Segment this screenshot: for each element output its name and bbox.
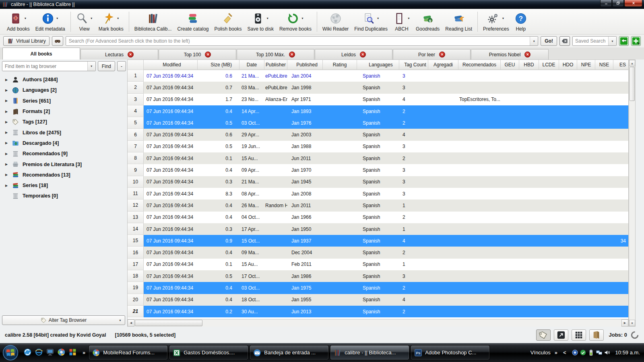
- table-row[interactable]: 1707 Jun 2016 09:44:340.115 Au...Feb 201…: [128, 259, 628, 270]
- search-history-dropdown-arrow-icon[interactable]: ▼: [530, 37, 538, 45]
- taskbar-button-adobe-photoshop-c[interactable]: PsAdobe Photoshop C...: [411, 345, 490, 360]
- tab-premios-nobel[interactable]: Premios Nobel×: [471, 49, 549, 60]
- toolbar-button-find-duplicates[interactable]: ▼Find Duplicates: [351, 11, 390, 33]
- status-button-cover-grid[interactable]: [572, 329, 586, 341]
- quick-launch-internet-explorer[interactable]: [35, 348, 43, 358]
- column-header-languages[interactable]: Languages: [357, 60, 399, 70]
- minimize-button[interactable]: [600, 0, 612, 7]
- tag-browser-item-series-18[interactable]: ▶Series [18]: [4, 180, 126, 191]
- dropdown-arrow-icon[interactable]: ▼: [301, 17, 304, 20]
- restore-button[interactable]: [612, 0, 624, 7]
- search-input[interactable]: [66, 37, 530, 45]
- expand-arrow-icon[interactable]: ▶: [4, 110, 8, 113]
- start-button[interactable]: [2, 345, 19, 361]
- tab-top-100[interactable]: Top 100×: [159, 49, 236, 60]
- close-button[interactable]: [624, 0, 642, 7]
- toolbar-button-reading-list[interactable]: Reading List: [442, 11, 475, 33]
- tag-collapse-button[interactable]: -: [117, 61, 126, 71]
- expand-arrow-icon[interactable]: ▶: [4, 162, 8, 166]
- column-header-npe[interactable]: NPE: [577, 60, 595, 70]
- table-row[interactable]: 607 Jun 2016 09:44:340.629 Apr...Jan 200…: [128, 129, 628, 140]
- status-button-book-details[interactable]: [589, 329, 604, 341]
- tab-top-100-máx[interactable]: Top 100 Máx.×: [237, 49, 314, 60]
- scroll-up-arrow-icon[interactable]: ▲: [629, 60, 635, 66]
- horizontal-scrollbar[interactable]: ◀ ▶: [128, 319, 628, 327]
- table-row[interactable]: 1507 Jun 2016 09:44:340.915 Oct...Jan 19…: [128, 235, 628, 247]
- toolbar-button-remove-books[interactable]: ▼Remove books: [277, 11, 314, 33]
- table-row[interactable]: 2007 Jun 2016 09:44:340.418 Oct...Jan 19…: [128, 294, 628, 306]
- dropdown-arrow-icon[interactable]: ▼: [24, 17, 27, 20]
- tray-green-check[interactable]: [578, 349, 586, 355]
- tag-browser-item-recomendados-13[interactable]: ▶Recomendados [13]: [4, 170, 126, 180]
- quick-launch-chrome[interactable]: [57, 348, 66, 358]
- tag-find-input[interactable]: [2, 62, 87, 71]
- dropdown-arrow-icon[interactable]: ▼: [90, 17, 93, 20]
- toolbar-button-create-catalog[interactable]: Create catalog: [174, 11, 211, 33]
- dropdown-arrow-icon[interactable]: ▼: [56, 17, 59, 20]
- column-header-hbd[interactable]: HBD: [519, 60, 539, 70]
- quick-launch-media-grid[interactable]: [68, 348, 77, 358]
- tab-por-leer[interactable]: Por leer×: [393, 49, 471, 60]
- quick-launch-overflow-chevron[interactable]: »: [81, 350, 87, 356]
- tag-browser-item-recomendados-9[interactable]: ▶Recomendados [9]: [4, 148, 126, 159]
- tab-close-icon[interactable]: ×: [439, 51, 445, 58]
- column-header-publisher[interactable]: Publisher: [264, 60, 287, 70]
- v-scroll-track[interactable]: [629, 66, 635, 320]
- table-row[interactable]: 407 Jun 2016 09:44:340.414 Apr...Jan 189…: [128, 105, 628, 117]
- scroll-down-arrow-icon[interactable]: ▼: [629, 320, 635, 326]
- tag-browser-item-formats-2[interactable]: ▶Formats [2]: [4, 106, 126, 117]
- tab-close-icon[interactable]: ×: [289, 51, 295, 58]
- alter-tag-browser-button[interactable]: Alter Tag Browser ▼: [2, 315, 125, 325]
- tray-round-blue[interactable]: [570, 349, 578, 355]
- h-scroll-track[interactable]: [134, 319, 621, 327]
- tab-lecturas[interactable]: Lecturas×: [80, 49, 158, 60]
- links-chevron[interactable]: »: [553, 350, 559, 356]
- expand-arrow-icon[interactable]: ▶: [4, 78, 8, 82]
- save-search-button[interactable]: [631, 36, 641, 46]
- column-header-published[interactable]: Published: [287, 60, 323, 70]
- column-header-recomendados[interactable]: Recomendados: [458, 60, 501, 70]
- status-button-layout[interactable]: [554, 329, 568, 341]
- toolbar-button-mark-books[interactable]: ▼Mark books: [96, 11, 126, 33]
- table-row[interactable]: 707 Jun 2016 09:44:340.519 Jun...Jan 198…: [128, 141, 628, 152]
- toolbar-button-view[interactable]: ▼View: [73, 11, 96, 33]
- table-row[interactable]: 1907 Jun 2016 09:44:340.403 Oct...Jan 19…: [128, 282, 628, 294]
- table-row[interactable]: 1007 Jun 2016 09:44:340.321 Ma...Jan 194…: [128, 176, 628, 188]
- saved-searches-input[interactable]: [573, 37, 608, 45]
- table-row[interactable]: 2107 Jun 2016 09:44:340.230 Au...Jun 201…: [128, 306, 628, 317]
- column-header-lcde[interactable]: LCDE: [539, 60, 559, 70]
- toolbar-button-add-books[interactable]: ▼Add books: [4, 11, 33, 33]
- v-scroll-thumb[interactable]: [630, 67, 635, 101]
- column-header-tag-count[interactable]: Tag Count: [399, 60, 428, 70]
- expand-arrow-icon[interactable]: ▶: [4, 173, 8, 177]
- table-row[interactable]: 307 Jun 2016 09:44:341.723 No...Alianza-…: [128, 94, 628, 105]
- column-header-agregadi[interactable]: Agregadi: [428, 60, 458, 70]
- table-row[interactable]: 1407 Jun 2016 09:44:340.317 Apr...Jan 19…: [128, 223, 628, 235]
- toolbar-button-polish-books[interactable]: Polish books: [212, 11, 245, 33]
- tab-close-icon[interactable]: ×: [128, 51, 134, 58]
- tab-all-books[interactable]: All books: [2, 47, 80, 60]
- toolbar-button-wiki-reader[interactable]: Wiki Reader: [320, 11, 351, 33]
- tag-browser-item-tags-127[interactable]: ▶Tags [127]: [4, 117, 126, 127]
- toolbar-button-abch[interactable]: ▼ABCH: [390, 11, 413, 33]
- column-header-es[interactable]: ES: [613, 60, 628, 70]
- expand-arrow-icon[interactable]: ▶: [4, 141, 8, 145]
- copy-search-to-saved-button[interactable]: [619, 36, 629, 46]
- tab-close-icon[interactable]: ×: [205, 51, 211, 58]
- go-button[interactable]: Go!: [541, 36, 557, 46]
- scroll-left-arrow-icon[interactable]: ◀: [128, 319, 134, 327]
- taskbar-button-mobileread-forums[interactable]: MobileRead Forums...: [89, 345, 168, 360]
- advanced-search-button[interactable]: [52, 36, 63, 46]
- tray-network[interactable]: [594, 349, 603, 355]
- toolbar-button-biblioteca-calib[interactable]: Biblioteca Calib...: [132, 11, 175, 33]
- taskbar-button-gastos-domésticos[interactable]: Gastos Domésticos....: [169, 345, 248, 360]
- table-row[interactable]: 1807 Jun 2016 09:44:340.517 Oct...Jan 19…: [128, 270, 628, 282]
- tag-browser-item-descargado-4[interactable]: ▶Descargado [4]: [4, 138, 126, 148]
- expand-arrow-icon[interactable]: ▶: [4, 131, 8, 134]
- h-scroll-thumb[interactable]: [135, 320, 202, 326]
- expand-arrow-icon[interactable]: ▶: [4, 99, 8, 103]
- quick-launch-monitor[interactable]: [46, 348, 54, 358]
- expand-arrow-icon[interactable]: ▶: [4, 184, 8, 187]
- table-row[interactable]: 1607 Jun 2016 09:44:340.409 Ma...Dec 200…: [128, 247, 628, 258]
- status-button-tag-outline[interactable]: [536, 329, 551, 341]
